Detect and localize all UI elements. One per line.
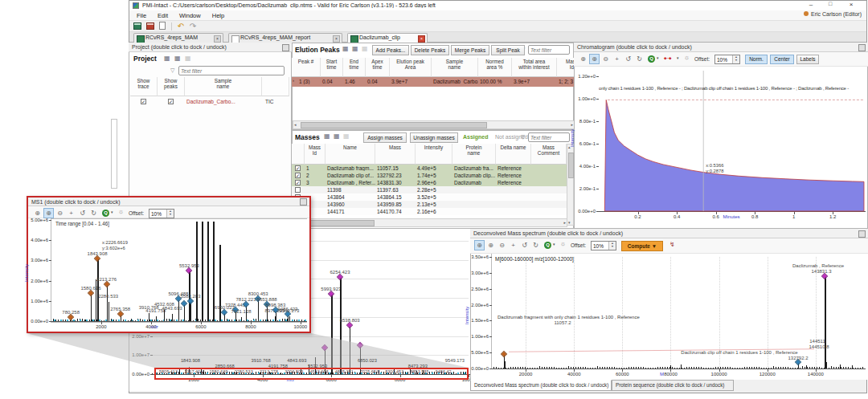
project-filter-input[interactable] (178, 66, 285, 75)
scroll-left-arrow[interactable]: ◂ (294, 122, 297, 127)
settings-icon[interactable]: ☼ (560, 240, 566, 247)
masses-hscrollbar[interactable]: ◂ ▸ (293, 218, 567, 227)
col-header[interactable]: Mass Comment (531, 144, 567, 165)
show-peaks-checkbox[interactable]: ✓ (168, 99, 174, 104)
document-icon[interactable] (159, 22, 166, 30)
new-table-icon[interactable] (133, 22, 141, 30)
elution-delete-peaks[interactable]: Delete Peaks (411, 45, 449, 55)
assigned-checkbox[interactable]: ✓ (295, 173, 301, 178)
ms1-popup-plot[interactable]: 5.00e+64.00e+63.00e+62.00e+61.00e+60.00e… (28, 218, 309, 332)
masses-unassign-masses[interactable]: Unassign masses (410, 132, 458, 143)
chevron-down-icon[interactable]: ▾ (111, 210, 113, 214)
offset-spinner[interactable]: 10%▲▼ (591, 241, 616, 250)
center-button[interactable]: Center (770, 55, 794, 64)
col-header[interactable]: Sample name (432, 58, 478, 77)
scroll-thumb[interactable] (301, 122, 487, 128)
col-header[interactable]: Delta name (496, 144, 531, 165)
offset-spinner[interactable]: 10%▲▼ (149, 209, 174, 218)
close-button[interactable]: × (843, 1, 859, 10)
col-header[interactable]: End time (343, 58, 366, 77)
elution-merge-peaks[interactable]: Merge Peaks (451, 45, 489, 55)
tab-protein-sequence[interactable]: Protein sequence (double click to dock /… (612, 380, 734, 391)
chromatogram-plot[interactable]: 1.20e+01.00e+08.00e-16.00e-14.00e-12.00e… (574, 67, 868, 227)
col-header[interactable]: Elution peak Area (390, 58, 432, 77)
zoom-fit-icon[interactable]: ⊕ (474, 240, 485, 250)
settings-icon[interactable]: ☼ (118, 208, 124, 215)
scroll-thumb[interactable] (568, 153, 574, 178)
project-row[interactable]: ✓✓Daclizumab_Carbo...TIC (130, 97, 290, 108)
zoom-forward-icon[interactable]: ↻ (634, 54, 645, 64)
user-badge[interactable]: Eric Carlson (Editor) (804, 11, 862, 20)
zoom-back-icon[interactable]: ↺ (519, 240, 530, 250)
masses-row[interactable]: 143864143864.153.52e+5 (292, 193, 567, 201)
pan-icon[interactable]: + (508, 240, 518, 250)
settings-icon[interactable]: ☼ (684, 54, 690, 61)
elution-filter-input[interactable] (528, 45, 570, 55)
spinner-arrows-icon[interactable]: ▲▼ (166, 210, 174, 218)
col-header[interactable]: Name (326, 144, 375, 165)
masses-list-icon[interactable]: ▦ (334, 132, 340, 140)
offset-spinner[interactable]: 10%▲▼ (714, 55, 740, 64)
project-col-0[interactable]: Show trace (130, 77, 158, 96)
masses-filter-input[interactable] (528, 132, 570, 142)
menu-window[interactable]: Window (174, 10, 207, 21)
tab-RCvRS_4reps_MAM_report[interactable]: RCvRS_4reps_MAM_report× (228, 33, 342, 43)
elution-list-icon[interactable]: ▦ (352, 45, 358, 52)
tab-close-icon[interactable]: × (333, 35, 340, 43)
masses-assign-masses[interactable]: Assign masses (363, 132, 407, 143)
zoom-region-rect[interactable] (154, 368, 469, 380)
col-header[interactable]: Mass (375, 144, 416, 165)
pin-icon[interactable] (300, 198, 307, 206)
trace-style-icon[interactable]: ◆–◆ (664, 56, 671, 60)
ms1-popup-window[interactable]: MS1 (double click to dock / undock) ⊕⊕⊖+… (27, 196, 311, 333)
scroll-right-arrow[interactable]: ▸ (563, 220, 566, 225)
zoom-back-icon[interactable]: ↺ (77, 208, 88, 218)
zoom-back-icon[interactable]: ↺ (623, 54, 633, 64)
tab-close-icon[interactable]: × (418, 35, 425, 43)
project-view-icon[interactable]: ▦ (164, 55, 170, 62)
menu-help[interactable]: Help (207, 10, 230, 21)
elution-split-peak[interactable]: Split Peak (491, 45, 525, 55)
pan-icon[interactable]: + (612, 54, 622, 64)
show-trace-checkbox[interactable]: ✓ (141, 99, 146, 104)
deconvolved-plot[interactable]: 3.50e+63.00e+62.50e+62.00e+61.50e+61.00e… (470, 254, 868, 380)
masses-row[interactable]: 1139811397.632.28e+5 (292, 186, 567, 193)
masses-row[interactable]: 143960143959.852.13e+5 (292, 201, 567, 208)
compute-button[interactable]: Compute ▼ (621, 241, 663, 251)
pin-icon[interactable] (282, 44, 289, 51)
scroll-thumb[interactable] (301, 220, 375, 226)
assigned-checkbox[interactable]: ✓ (295, 180, 301, 185)
elution-help-icon[interactable]: ▦ (362, 45, 368, 52)
row-expander-icon[interactable]: › (293, 78, 294, 83)
masses-view-icon[interactable]: ▦ (324, 132, 330, 140)
menu-file[interactable]: File (131, 10, 152, 21)
menu-edit[interactable]: Edit (152, 10, 174, 21)
masses-row[interactable]: ✓2Daclizumab clip of...132792.231.74e+5D… (292, 172, 567, 179)
col-header[interactable]: Mass Id (305, 144, 326, 165)
col-header[interactable]: Total area within interest (512, 58, 557, 77)
q-marker-icon[interactable]: Q (648, 55, 655, 63)
chromatogram-dock-header[interactable]: Chromatogram (double click to dock / und… (574, 43, 868, 52)
col-header[interactable]: Apex time (366, 58, 390, 77)
masses-vscrollbar[interactable]: ▴ ▾ (567, 144, 574, 226)
zoom-select-icon[interactable]: ⊕ (589, 54, 600, 64)
col-header[interactable] (292, 144, 305, 165)
col-header[interactable]: Intensity (416, 144, 452, 165)
col-header[interactable]: Protein name (452, 144, 496, 165)
ms1-popup-header[interactable]: MS1 (double click to dock / undock) (28, 197, 309, 206)
pin-icon[interactable] (858, 44, 866, 51)
zoom-fit-icon[interactable]: ⊕ (578, 54, 588, 64)
pan-icon[interactable]: + (66, 208, 76, 218)
col-header[interactable]: Start time (321, 58, 343, 77)
project-col-1[interactable]: Show peaks (158, 77, 185, 96)
redo-icon[interactable]: ↷ (188, 21, 198, 31)
norm-button[interactable]: Norm. (745, 55, 768, 64)
tab-Daclizumab_clip[interactable]: Daclizumab_clip× (347, 33, 428, 43)
title-bar[interactable]: PMI-Intact - C:/Users/carlson/Desktop/De… (129, 1, 866, 10)
pin-icon[interactable] (858, 230, 866, 238)
col-header[interactable]: Mass Id (557, 58, 574, 77)
zoom-select-icon[interactable]: ⊕ (485, 240, 496, 250)
deconvolved-dock-header[interactable]: Deconvolved Mass spectrum (double click … (470, 229, 868, 238)
tab-RCvRS_4reps_MAM[interactable]: RCvRS_4reps_MAM× (133, 33, 223, 43)
scroll-down-arrow[interactable]: ▾ (568, 220, 571, 225)
